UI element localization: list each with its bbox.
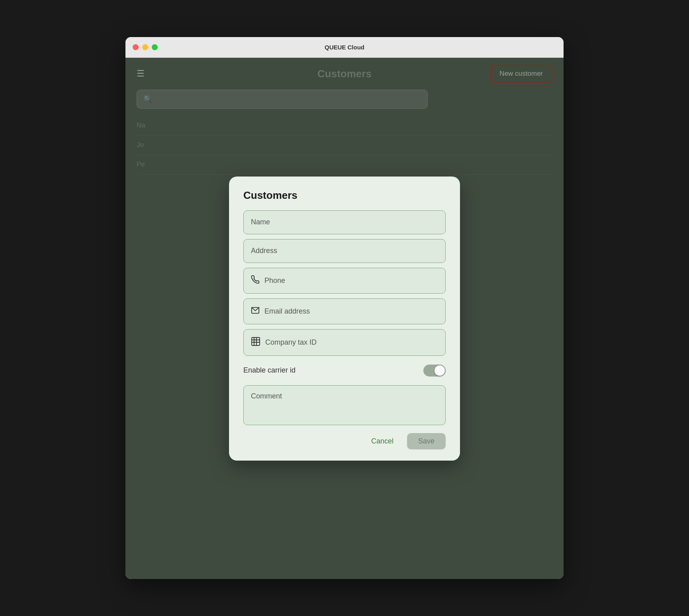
comment-field[interactable]: Comment — [243, 385, 446, 425]
comment-label: Comment — [251, 392, 282, 400]
cancel-button[interactable]: Cancel — [364, 433, 401, 449]
app-content: ☰ Customers New customer 🔍 Na Jo Pe Cust… — [125, 58, 564, 579]
company-tax-field[interactable]: Company tax ID — [243, 329, 446, 356]
save-button[interactable]: Save — [407, 433, 446, 449]
email-icon — [251, 306, 260, 317]
carrier-id-row: Enable carrier id — [243, 361, 446, 381]
svg-rect-1 — [252, 337, 260, 345]
close-button[interactable] — [133, 44, 139, 50]
phone-label: Phone — [264, 277, 285, 285]
company-tax-label: Company tax ID — [265, 338, 317, 347]
modal-actions: Cancel Save — [243, 433, 446, 449]
toggle-thumb — [435, 365, 445, 376]
window-title: QUEUE Cloud — [325, 44, 364, 51]
name-field[interactable]: Name — [243, 210, 446, 234]
email-field[interactable]: Email address — [243, 298, 446, 324]
carrier-id-label: Enable carrier id — [243, 366, 296, 375]
carrier-id-toggle[interactable] — [423, 365, 446, 377]
mac-window: QUEUE Cloud ☰ Customers New customer 🔍 N… — [125, 37, 564, 579]
modal-title: Customers — [243, 189, 446, 202]
phone-field[interactable]: Phone — [243, 268, 446, 294]
modal-overlay: Customers Name Address Phone — [125, 58, 564, 579]
email-label: Email address — [264, 307, 310, 316]
traffic-lights — [133, 44, 158, 50]
address-label: Address — [251, 247, 277, 255]
titlebar: QUEUE Cloud — [125, 37, 564, 58]
name-label: Name — [251, 218, 270, 226]
maximize-button[interactable] — [152, 44, 158, 50]
new-customer-modal: Customers Name Address Phone — [229, 177, 460, 461]
minimize-button[interactable] — [142, 44, 148, 50]
address-field[interactable]: Address — [243, 239, 446, 263]
phone-icon — [251, 275, 260, 286]
company-tax-icon — [251, 337, 260, 348]
